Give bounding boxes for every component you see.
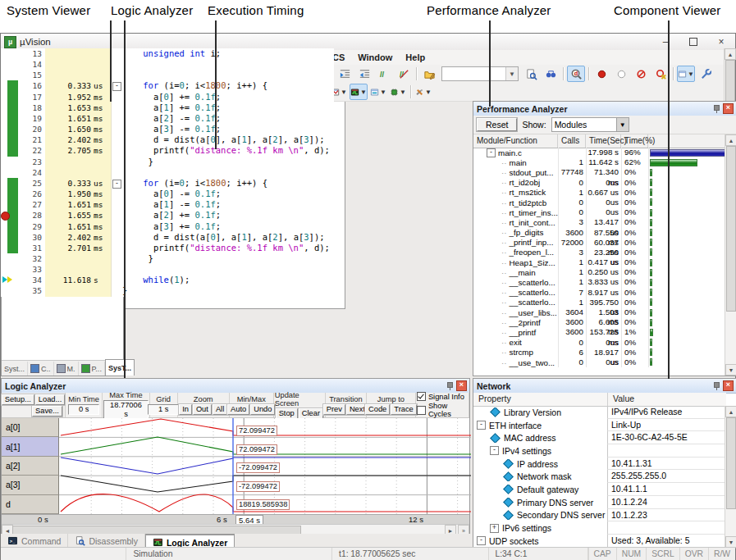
fold-margin[interactable] xyxy=(111,243,122,253)
perf-row[interactable]: ·· __scatterlo...1395.750 us0% xyxy=(473,298,726,307)
fold-margin[interactable] xyxy=(111,199,122,210)
editor-gutter[interactable] xyxy=(1,221,19,232)
code-line[interactable]: 271.651ms a[1] -= 0.1f; xyxy=(1,199,334,210)
breakpoint-enable-icon[interactable] xyxy=(612,66,630,82)
signal-label-d[interactable]: d xyxy=(2,495,59,514)
editor-gutter[interactable] xyxy=(1,210,19,221)
fold-margin[interactable] xyxy=(111,92,122,102)
fold-margin[interactable] xyxy=(111,210,122,221)
perf-row[interactable]: ·· __main10.250 us0% xyxy=(473,267,726,277)
show-combobox[interactable]: Modules▼ xyxy=(551,117,629,132)
undo-button[interactable]: Undo xyxy=(250,404,275,415)
perf-row[interactable]: ·· __2printf36006.605 ms0% xyxy=(473,317,726,327)
performance-vertical-scrollbar[interactable]: ▲ ▼ xyxy=(725,134,736,376)
auto-button[interactable]: Auto xyxy=(227,404,249,415)
waveform-area[interactable]: a[0]a[1]a[2]a[3]d72.09947272.099472-72.0… xyxy=(2,418,469,514)
editor-gutter[interactable] xyxy=(1,59,19,70)
code-line[interactable]: 212.402ms d = dist(a[0], a[1], a[2], a[3… xyxy=(1,134,334,145)
perf-row[interactable]: ·· strcmp618.917 us0% xyxy=(473,348,726,357)
editor-gutter[interactable] xyxy=(1,102,19,113)
code-line[interactable]: 32 } xyxy=(1,253,334,264)
perf-row[interactable]: ·· rt_timer_ins...00us0% xyxy=(473,207,726,217)
fold-margin[interactable] xyxy=(111,70,122,80)
fold-margin[interactable] xyxy=(111,189,122,199)
fold-collapse-icon[interactable]: - xyxy=(112,180,121,189)
code-editor[interactable]: 13 unsigned int i;1415160.333us- for (i=… xyxy=(1,48,334,297)
perf-row[interactable]: ·· __printf3600153.725 ms1% xyxy=(473,327,726,337)
editor-gutter[interactable] xyxy=(1,189,19,199)
network-row[interactable]: Library VersionIPv4/IPv6 Release xyxy=(473,406,726,419)
editor-gutter[interactable] xyxy=(1,92,19,102)
editor-gutter[interactable] xyxy=(1,178,19,189)
load-button[interactable]: Load... xyxy=(35,394,65,405)
code-line[interactable]: 181.653ms a[1] += 0.1f; xyxy=(1,102,334,113)
code-line[interactable]: 291.651ms a[3] += 0.1f; xyxy=(1,221,334,232)
network-row[interactable]: -UDP socketsUsed: 3, Available: 5 xyxy=(473,535,726,548)
pin-icon[interactable] xyxy=(446,381,454,390)
code-line[interactable]: 222.705ms printf("distance: %.1f km \n",… xyxy=(1,145,334,156)
editor-gutter[interactable] xyxy=(1,264,19,275)
fold-margin[interactable] xyxy=(111,157,122,167)
network-row[interactable]: +IPv6 settings xyxy=(473,521,726,535)
network-row[interactable]: Default gateway10.41.1.1 xyxy=(473,483,726,496)
breakpoint-insert-icon[interactable] xyxy=(592,66,610,82)
perf-row[interactable]: ·· __scatterlo...78.917 us0% xyxy=(473,288,726,298)
editor-gutter[interactable] xyxy=(1,275,19,285)
expand-icon[interactable]: + xyxy=(490,524,499,533)
editor-gutter[interactable] xyxy=(1,124,19,134)
fold-margin[interactable] xyxy=(111,232,122,243)
perf-row[interactable]: ·· __use_two...00us0% xyxy=(473,357,726,367)
expand-icon[interactable]: - xyxy=(487,148,496,157)
column-time-pct[interactable]: Time(%) xyxy=(621,134,648,148)
editor-gutter[interactable] xyxy=(1,80,19,91)
code-line[interactable]: 171.952ms a[0] += 0.1f; xyxy=(1,92,334,102)
system-viewer-icon[interactable]: ▼ xyxy=(369,84,387,100)
perf-row[interactable]: ·· main111.642 s62% xyxy=(473,157,726,167)
editor-gutter[interactable] xyxy=(1,48,19,59)
editor-gutter[interactable] xyxy=(1,167,19,178)
close-icon[interactable]: × xyxy=(723,380,734,391)
signal-label-a1[interactable]: a[1] xyxy=(2,437,59,456)
close-icon[interactable]: × xyxy=(456,380,467,391)
editor-gutter[interactable] xyxy=(1,243,19,253)
code-line[interactable]: 14 xyxy=(1,59,334,70)
perf-row[interactable]: ·· _freopen_l...323.250 us0% xyxy=(473,248,726,257)
debug-session-icon[interactable]: d xyxy=(567,66,585,82)
perf-row[interactable]: ·· rt_id2obj00us0% xyxy=(473,178,726,188)
fold-margin[interactable] xyxy=(111,253,122,264)
systick-tab-syst[interactable]: Syst... xyxy=(2,362,28,376)
systick-tab-syst[interactable]: SysT... xyxy=(105,359,135,376)
expand-icon[interactable]: - xyxy=(477,421,486,430)
find-in-files-icon[interactable] xyxy=(420,66,438,82)
find-next-icon[interactable] xyxy=(522,66,540,82)
expand-icon[interactable]: - xyxy=(477,536,486,545)
code-line[interactable]: 261.950ms a[0] -= 0.1f; xyxy=(1,189,334,199)
editor-gutter[interactable] xyxy=(1,199,19,210)
perf-row[interactable]: ·· exit00us0% xyxy=(473,338,726,348)
configure-tools-icon[interactable] xyxy=(697,66,715,82)
systick-tab-m[interactable]: M. xyxy=(54,362,79,376)
systick-tab-p[interactable]: P... xyxy=(79,362,105,376)
editor-gutter[interactable] xyxy=(1,285,19,296)
uncomment-icon[interactable]: // xyxy=(395,66,413,82)
save-button[interactable]: Save... xyxy=(32,406,62,417)
editor-gutter[interactable] xyxy=(1,253,19,264)
code-line[interactable]: 15 xyxy=(1,70,334,80)
expand-icon[interactable]: - xyxy=(490,446,499,455)
fold-margin[interactable] xyxy=(111,275,122,285)
performance-analyzer-title[interactable]: Performance Analyzer × xyxy=(473,102,736,116)
breakpoint-disable-all-icon[interactable] xyxy=(632,66,650,82)
minimize-button[interactable]: – xyxy=(651,34,679,50)
pin-icon[interactable] xyxy=(712,104,720,113)
fold-margin[interactable] xyxy=(111,167,122,178)
window-layout-icon[interactable]: ▼ xyxy=(677,66,695,82)
show-cycles-checkbox[interactable]: Show Cycles xyxy=(417,402,468,418)
systick-tab-c[interactable]: C.. xyxy=(28,362,54,376)
fold-margin[interactable] xyxy=(111,221,122,232)
column-calls[interactable]: Calls xyxy=(558,134,586,148)
perf-row[interactable]: ·· rt_tid2ptcb00us0% xyxy=(473,198,726,207)
fold-margin[interactable] xyxy=(111,48,122,59)
editor-gutter[interactable] xyxy=(1,157,19,167)
editor-gutter[interactable] xyxy=(1,232,19,243)
signal-label-a3[interactable]: a[3] xyxy=(2,476,59,494)
